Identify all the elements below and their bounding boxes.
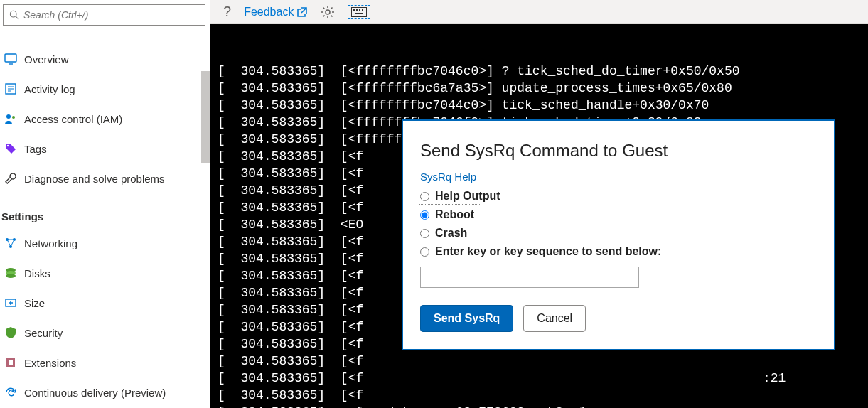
svg-rect-2 xyxy=(5,54,16,62)
keyboard-icon xyxy=(351,7,367,17)
sysrq-dialog: Send SysRq Command to Guest SysRq Help H… xyxy=(402,119,835,350)
console-line: [ 304.583365] [<ffffffffbc7046c0>] ? tic… xyxy=(218,63,861,80)
toolbar: ? Feedback xyxy=(210,0,868,24)
sidebar-item-access-control[interactable]: Access control (IAM) xyxy=(0,104,210,134)
people-icon xyxy=(4,112,17,125)
search-input-wrap[interactable] xyxy=(3,4,205,26)
custom-key-input[interactable] xyxy=(420,267,639,288)
log-icon xyxy=(4,82,17,95)
keyboard-button[interactable] xyxy=(348,5,370,19)
nav-section-settings: Settings xyxy=(0,203,210,228)
sidebar-item-label: Overview xyxy=(24,53,69,65)
dialog-title: Send SysRq Command to Guest xyxy=(420,141,817,161)
scrollbar-thumb[interactable] xyxy=(201,71,210,163)
sidebar-item-size[interactable]: Size xyxy=(0,288,210,318)
radio-label: Crash xyxy=(435,227,467,240)
ext-icon xyxy=(4,356,17,369)
radio-reboot-input[interactable] xyxy=(420,210,429,220)
sidebar-item-disks[interactable]: Disks xyxy=(0,258,210,288)
search-input[interactable] xyxy=(23,9,199,21)
radio-custom-input[interactable] xyxy=(420,247,429,257)
sidebar-item-activity-log[interactable]: Activity log xyxy=(0,74,210,104)
svg-point-20 xyxy=(326,10,330,14)
radio-label: Help Output xyxy=(435,190,500,203)
svg-rect-24 xyxy=(359,9,360,11)
send-sysrq-button[interactable]: Send SysRq xyxy=(420,305,513,332)
cancel-button[interactable]: Cancel xyxy=(523,305,586,332)
settings-button[interactable] xyxy=(321,5,335,19)
sidebar-item-label: Extensions xyxy=(24,357,76,369)
sidebar: « Overview Activity log xyxy=(0,0,210,408)
gear-icon xyxy=(321,5,335,19)
cd-icon xyxy=(4,386,17,399)
console-line: [ 304.583365] [<f :21 xyxy=(218,370,861,387)
svg-line-1 xyxy=(16,16,18,19)
svg-rect-19 xyxy=(9,360,13,365)
svg-rect-21 xyxy=(352,7,367,16)
shield-icon xyxy=(4,326,17,339)
sysrq-help-link[interactable]: SysRq Help xyxy=(420,171,476,183)
svg-rect-23 xyxy=(356,9,358,11)
radio-reboot[interactable]: Reboot xyxy=(420,205,480,224)
feedback-label: Feedback xyxy=(244,6,294,18)
sidebar-item-continuous-delivery[interactable]: Continuous delivery (Preview) xyxy=(0,377,210,407)
svg-rect-25 xyxy=(362,9,363,11)
sidebar-item-label: Security xyxy=(24,327,63,339)
svg-rect-22 xyxy=(353,9,355,11)
help-button[interactable]: ? xyxy=(223,4,231,20)
external-link-icon xyxy=(296,6,308,18)
svg-point-8 xyxy=(6,114,11,119)
feedback-link[interactable]: Feedback xyxy=(244,6,308,18)
radio-crash[interactable]: Crash xyxy=(420,224,817,242)
sidebar-item-label: Diagnose and solve problems xyxy=(24,173,165,185)
tag-icon xyxy=(4,142,17,155)
search-icon xyxy=(9,10,19,20)
sidebar-item-overview[interactable]: Overview xyxy=(0,44,210,74)
svg-point-0 xyxy=(10,11,16,17)
radio-label: Reboot xyxy=(435,208,474,221)
sidebar-item-security[interactable]: Security xyxy=(0,318,210,348)
console-line: [ 304.583365] [<f xyxy=(218,353,861,370)
console-line: [ 304.583365] [<ffffffffbc6a7a35>] updat… xyxy=(218,80,861,97)
sidebar-item-label: Networking xyxy=(24,237,77,249)
screen-icon xyxy=(4,53,17,65)
console-line: [ 304.583365] ---[ end trace e62c772609c… xyxy=(218,404,861,408)
sidebar-item-label: Continuous delivery (Preview) xyxy=(24,387,166,399)
radio-custom[interactable]: Enter key or key sequence to send below: xyxy=(420,242,817,261)
sidebar-item-diagnose[interactable]: Diagnose and solve problems xyxy=(0,163,210,193)
sidebar-item-networking[interactable]: Networking xyxy=(0,228,210,258)
nav-list: Overview Activity log Access control (IA… xyxy=(0,30,210,407)
svg-point-9 xyxy=(12,116,15,119)
sidebar-item-tags[interactable]: Tags xyxy=(0,134,210,163)
radio-help-output-input[interactable] xyxy=(420,192,429,201)
network-icon xyxy=(4,237,17,249)
sidebar-item-label: Disks xyxy=(24,267,50,279)
disks-icon xyxy=(4,267,17,279)
sidebar-item-label: Size xyxy=(24,297,45,309)
console-line: [ 304.583365] [<ffffffffbc7044c0>] tick_… xyxy=(218,97,861,114)
radio-crash-input[interactable] xyxy=(420,229,429,238)
svg-rect-26 xyxy=(355,13,363,14)
svg-point-10 xyxy=(7,145,9,146)
sidebar-item-extensions[interactable]: Extensions xyxy=(0,348,210,377)
console-line: [ 304.583365] [<f xyxy=(218,387,861,404)
radio-help-output[interactable]: Help Output xyxy=(420,187,817,205)
svg-point-16 xyxy=(6,274,16,278)
sidebar-item-label: Activity log xyxy=(24,83,75,95)
wrench-icon xyxy=(4,172,17,185)
size-icon xyxy=(4,296,17,309)
sidebar-item-label: Tags xyxy=(24,143,47,155)
sidebar-item-label: Access control (IAM) xyxy=(24,113,122,125)
radio-label: Enter key or key sequence to send below: xyxy=(435,245,661,258)
